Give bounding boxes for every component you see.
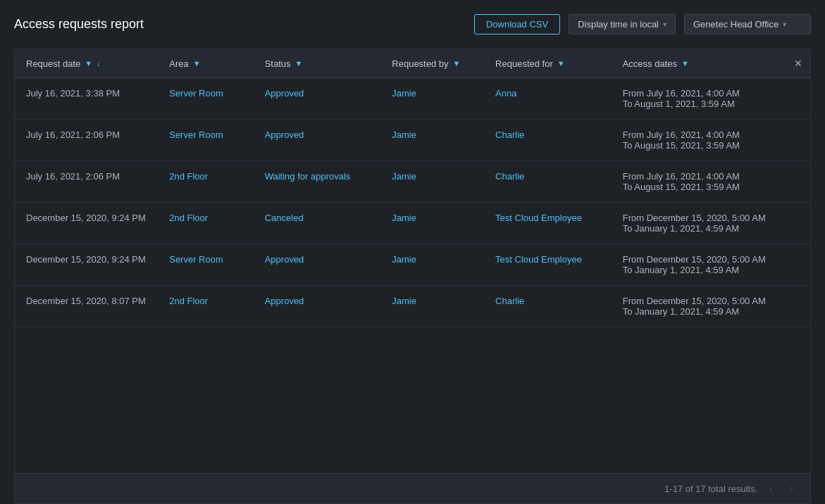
reqfor-filter-icon[interactable]: ▼	[557, 59, 565, 68]
reqby-link-5[interactable]: Jamie	[392, 296, 416, 306]
table-row: July 16, 2021, 2:06 PM Server Room Appro…	[15, 120, 810, 161]
area-link-3[interactable]: 2nd Floor	[169, 213, 208, 223]
cell-status-3: Canceled	[254, 203, 381, 244]
reqby-link-0[interactable]: Jamie	[392, 88, 416, 99]
cell-date-4: December 15, 2020, 9:24 PM	[15, 244, 158, 286]
reqfor-link-4[interactable]: Test Cloud Employee	[495, 254, 582, 265]
pagination-info: 1-17 of 17 total results.	[664, 484, 757, 494]
area-link-4[interactable]: Server Room	[169, 254, 223, 265]
pagination-next-button[interactable]: ›	[784, 481, 799, 496]
cell-date-3: December 15, 2020, 9:24 PM	[15, 203, 158, 244]
access-from-4: From December 15, 2020, 5:00 AM	[623, 254, 775, 265]
cell-access-2: From July 16, 2021, 4:00 AM To August 15…	[612, 161, 786, 203]
table-footer: 1-17 of 17 total results. ‹ ›	[15, 473, 810, 503]
office-chevron-icon: ▾	[783, 20, 786, 28]
col-reqby-label: Requested by	[392, 58, 448, 69]
status-label-2: Waiting for approvals	[265, 171, 351, 182]
cell-reqby-3: Jamie	[380, 203, 484, 244]
table-body: July 16, 2021, 3:38 PM Server Room Appro…	[15, 78, 810, 327]
table-scroll-area[interactable]: Request date ▼ ↓ Area ▼	[15, 49, 810, 473]
col-date-label: Request date	[26, 58, 80, 69]
status-filter-icon[interactable]: ▼	[295, 59, 303, 68]
access-from-3: From December 15, 2020, 5:00 AM	[623, 213, 775, 223]
col-reqfor-label: Requested for	[495, 58, 553, 69]
cell-status-4: Approved	[254, 244, 381, 286]
cell-area-0: Server Room	[158, 78, 253, 120]
cell-area-1: Server Room	[158, 120, 253, 161]
table-row: December 15, 2020, 9:24 PM 2nd Floor Can…	[15, 203, 810, 244]
col-header-requested-for: Requested for ▼	[484, 49, 612, 78]
date-filter-icon[interactable]: ▼	[85, 59, 92, 68]
access-requests-table: Request date ▼ ↓ Area ▼	[15, 49, 810, 327]
table-row: July 16, 2021, 3:38 PM Server Room Appro…	[15, 78, 810, 120]
area-link-5[interactable]: 2nd Floor	[169, 296, 208, 306]
cell-area-4: Server Room	[158, 244, 253, 286]
status-label-5: Approved	[265, 296, 304, 306]
reqby-link-3[interactable]: Jamie	[392, 213, 416, 223]
area-link-1[interactable]: Server Room	[169, 130, 223, 140]
access-from-5: From December 15, 2020, 5:00 AM	[623, 296, 775, 306]
access-to-1: To August 15, 2021, 3:59 AM	[623, 140, 775, 151]
cell-reqfor-1: Charlie	[484, 120, 612, 161]
cell-reqfor-2: Charlie	[484, 161, 612, 203]
access-filter-icon[interactable]: ▼	[681, 59, 689, 68]
cell-area-5: 2nd Floor	[158, 286, 253, 327]
page-title: Access requests report	[14, 17, 466, 32]
cell-access-0: From July 16, 2021, 4:00 AM To August 1,…	[612, 78, 786, 120]
page-header: Access requests report Download CSV Disp…	[14, 14, 811, 34]
reqfor-link-3[interactable]: Test Cloud Employee	[495, 213, 582, 223]
area-filter-icon[interactable]: ▼	[193, 59, 201, 68]
cell-status-2: Waiting for approvals	[254, 161, 381, 203]
area-link-0[interactable]: Server Room	[169, 88, 223, 99]
col-header-access-dates: Access dates ▼	[612, 49, 786, 78]
cell-access-4: From December 15, 2020, 5:00 AM To Janua…	[612, 244, 786, 286]
table-header: Request date ▼ ↓ Area ▼	[15, 49, 810, 78]
date-sort-icon[interactable]: ↓	[97, 59, 101, 68]
reqfor-link-1[interactable]: Charlie	[495, 130, 524, 140]
cell-status-5: Approved	[254, 286, 381, 327]
cell-status-0: Approved	[254, 78, 381, 120]
cell-clear-3	[786, 203, 810, 244]
download-csv-button[interactable]: Download CSV	[474, 14, 560, 34]
table-row: July 16, 2021, 2:06 PM 2nd Floor Waiting…	[15, 161, 810, 203]
cell-date-0: July 16, 2021, 3:38 PM	[15, 78, 158, 120]
cell-access-3: From December 15, 2020, 5:00 AM To Janua…	[612, 203, 786, 244]
col-header-date: Request date ▼ ↓	[15, 49, 158, 78]
cell-date-2: July 16, 2021, 2:06 PM	[15, 161, 158, 203]
status-label-4: Approved	[265, 254, 304, 265]
reqby-link-4[interactable]: Jamie	[392, 254, 416, 265]
office-label: Genetec Head Office	[693, 19, 779, 30]
access-to-3: To January 1, 2021, 4:59 AM	[623, 223, 775, 234]
table-row: December 15, 2020, 9:24 PM Server Room A…	[15, 244, 810, 286]
reqfor-link-5[interactable]: Charlie	[495, 296, 524, 306]
cell-access-1: From July 16, 2021, 4:00 AM To August 15…	[612, 120, 786, 161]
time-display-label: Display time in local	[578, 19, 659, 30]
reqby-filter-icon[interactable]: ▼	[453, 59, 461, 68]
status-label-1: Approved	[265, 130, 304, 140]
col-header-clear-filters: ✕	[786, 49, 810, 78]
page-container: Access requests report Download CSV Disp…	[0, 0, 825, 504]
col-header-requested-by: Requested by ▼	[380, 49, 484, 78]
cell-clear-1	[786, 120, 810, 161]
cell-reqfor-0: Anna	[484, 78, 612, 120]
clear-all-filters-icon[interactable]: ✕	[794, 58, 802, 69]
office-dropdown[interactable]: Genetec Head Office ▾	[684, 14, 811, 34]
pagination-prev-button[interactable]: ‹	[763, 481, 778, 496]
access-to-4: To January 1, 2021, 4:59 AM	[623, 265, 775, 275]
reqfor-link-0[interactable]: Anna	[495, 88, 516, 99]
status-label-3: Canceled	[265, 213, 304, 223]
data-table-container: Request date ▼ ↓ Area ▼	[14, 49, 811, 504]
reqfor-link-2[interactable]: Charlie	[495, 171, 524, 182]
time-display-dropdown[interactable]: Display time in local ▾	[569, 14, 676, 34]
area-link-2[interactable]: 2nd Floor	[169, 171, 208, 182]
col-area-label: Area	[169, 58, 188, 69]
reqby-link-2[interactable]: Jamie	[392, 171, 416, 182]
cell-reqfor-5: Charlie	[484, 286, 612, 327]
access-to-0: To August 1, 2021, 3:59 AM	[623, 99, 775, 109]
col-header-status: Status ▼	[254, 49, 381, 78]
cell-reqfor-3: Test Cloud Employee	[484, 203, 612, 244]
cell-reqby-4: Jamie	[380, 244, 484, 286]
cell-reqfor-4: Test Cloud Employee	[484, 244, 612, 286]
status-label-0: Approved	[265, 88, 304, 99]
reqby-link-1[interactable]: Jamie	[392, 130, 416, 140]
